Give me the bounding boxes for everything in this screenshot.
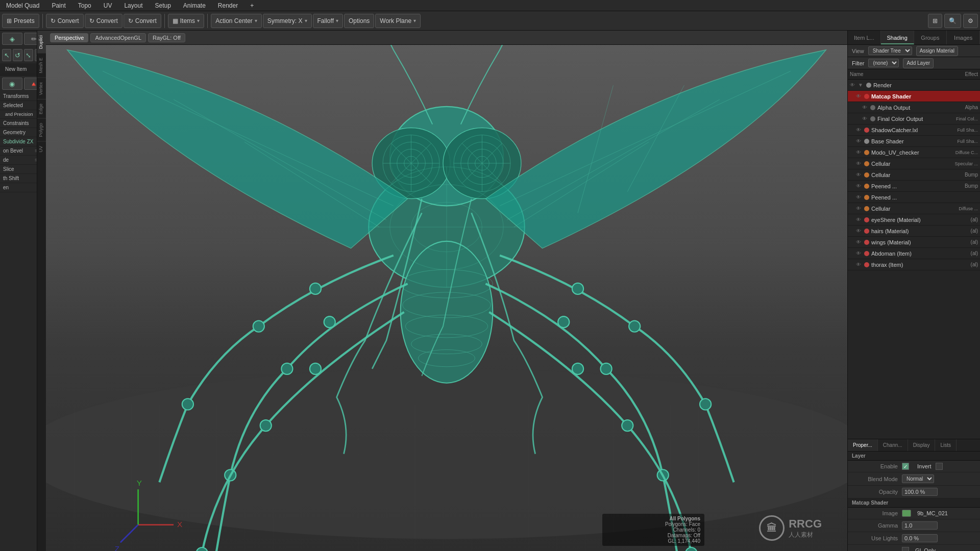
color-render — [866, 83, 871, 88]
eye-icon-wings[interactable]: 👁 — [856, 239, 862, 245]
work-plane-dropdown[interactable]: Work Plane ▾ — [375, 14, 421, 28]
shader-row-wings[interactable]: 👁 wings (Material) (al) — [848, 237, 980, 248]
perspective-button[interactable]: Perspective — [50, 33, 88, 42]
viewport-icon-3[interactable]: ⚙ — [963, 14, 978, 28]
symmetry-dropdown[interactable]: Symmetry: X ▾ — [263, 14, 312, 28]
shader-row-baseshader[interactable]: 👁 Base Shader Full Sha... — [848, 136, 980, 147]
eye-icon-shadowcatcher[interactable]: 👁 — [856, 127, 862, 133]
vert-tab-duplici[interactable]: Duplici — [37, 31, 46, 53]
eye-icon-matcap[interactable]: 👁 — [856, 93, 862, 99]
eye-icon-alpha[interactable]: 👁 — [862, 105, 868, 111]
svg-text:Y: Y — [137, 479, 142, 487]
eye-icon-cellular1[interactable]: 👁 — [856, 161, 862, 167]
eye-icon-eyeshere[interactable]: 👁 — [856, 217, 862, 223]
eye-icon-render[interactable]: 👁 — [850, 82, 856, 88]
items-dropdown[interactable]: ▦ Items ▾ — [168, 14, 204, 28]
filter-select[interactable]: (none) — [868, 59, 899, 67]
eye-icon-cellular3[interactable]: 👁 — [856, 206, 862, 212]
add-layer-button[interactable]: Add Layer — [903, 58, 934, 68]
shader-row-peened1[interactable]: 👁 Peened ... Bump — [848, 181, 980, 192]
presets-button[interactable]: ⊞ Presets — [2, 14, 39, 28]
menu-item-model-quad[interactable]: Model Quad — [4, 1, 41, 10]
vert-tab-polygon[interactable]: Polygo — [37, 118, 46, 141]
shader-row-modouv[interactable]: 👁 Modo_UV_checker Diffuse C... — [848, 147, 980, 158]
eye-icon-baseshader[interactable]: 👁 — [856, 138, 862, 144]
shader-row-thorax[interactable]: 👁 thorax (Item) (al) — [848, 259, 980, 270]
prop-tab-lists[interactable]: Lists — [935, 439, 957, 451]
shader-row-cellular3[interactable]: 👁 Cellular Diffuse ... — [848, 203, 980, 214]
tool-mesh[interactable]: ◉ — [2, 78, 22, 90]
prop-tab-channels[interactable]: Chann... — [878, 439, 908, 451]
tool-rotate[interactable]: ↺ — [13, 49, 22, 61]
tool-scale[interactable]: ⤡ — [24, 49, 33, 61]
status-datamaps: Datamaps: Off — [606, 533, 700, 538]
shader-row-eyeshere[interactable]: 👁 eyeShere (Material) (al) — [848, 214, 980, 226]
invert-checkbox[interactable] — [936, 463, 943, 470]
display-button[interactable]: AdvancedOpenGL — [90, 33, 146, 42]
eye-icon-thorax[interactable]: 👁 — [856, 262, 862, 268]
eye-icon-modouv[interactable]: 👁 — [856, 149, 862, 156]
menu-item-plus[interactable]: + — [248, 1, 256, 10]
tab-item-list[interactable]: Item L... — [848, 31, 881, 44]
filter-row: Filter (none) Add Layer — [848, 57, 980, 69]
convert-button-1[interactable]: ↻ Convert — [46, 14, 84, 28]
viewport-area: Perspective AdvancedOpenGL RayGL: Off — [46, 31, 847, 551]
viewport-icon-2[interactable]: 🔍 — [944, 14, 961, 28]
shader-row-alpha[interactable]: 👁 Alpha Output Alpha — [848, 102, 980, 113]
convert-button-2[interactable]: ↻ Convert — [85, 14, 122, 28]
tab-images[interactable]: Images — [947, 31, 980, 44]
shader-row-shadowcatcher[interactable]: 👁 ShadowCatcher.lxl Full Sha... — [848, 124, 980, 136]
tab-shading[interactable]: Shading — [881, 31, 914, 44]
shader-row-abdoman[interactable]: 👁 Abdoman (Item) (al) — [848, 248, 980, 259]
falloff-arrow: ▾ — [336, 18, 338, 23]
menu-item-layout[interactable]: Layout — [122, 1, 144, 10]
eye-icon-finalcolor[interactable]: 👁 — [862, 116, 868, 122]
eye-icon-hairs[interactable]: 👁 — [856, 228, 862, 234]
tool-select[interactable]: ◈ — [2, 33, 22, 45]
shader-row-peened2[interactable]: 👁 Peened ... — [848, 192, 980, 203]
shader-row-cellular1[interactable]: 👁 Cellular Specular ... — [848, 158, 980, 169]
opacity-input[interactable] — [902, 488, 938, 496]
image-color-swatch[interactable] — [902, 510, 911, 517]
menu-item-render[interactable]: Render — [216, 1, 240, 10]
shader-row-cellular2[interactable]: 👁 Cellular Bump — [848, 169, 980, 181]
eye-icon-peened1[interactable]: 👁 — [856, 183, 862, 189]
eye-icon-cellular2[interactable]: 👁 — [856, 172, 862, 178]
vert-tab-uv[interactable]: UV — [37, 141, 46, 157]
prop-tab-properties[interactable]: Proper... — [848, 439, 878, 451]
menu-item-topo[interactable]: Topo — [76, 1, 93, 10]
menu-item-paint[interactable]: Paint — [50, 1, 67, 10]
image-value: 9b_MC_021 — [917, 510, 948, 516]
falloff-dropdown[interactable]: Falloff ▾ — [313, 14, 343, 28]
options-button[interactable]: Options — [344, 14, 374, 28]
eye-icon-abdoman[interactable]: 👁 — [856, 251, 862, 257]
menu-item-setup[interactable]: Setup — [153, 1, 173, 10]
menu-item-animate[interactable]: Animate — [181, 1, 208, 10]
convert-button-3[interactable]: ↻ Convert — [124, 14, 161, 28]
action-center-dropdown[interactable]: Action Center ▾ — [211, 14, 262, 28]
vert-tab-vertex[interactable]: Vertex — [37, 78, 46, 99]
menu-item-uv[interactable]: UV — [102, 1, 114, 10]
shader-row-render[interactable]: 👁 ▼ Render — [848, 80, 980, 91]
vert-tab-meshedit[interactable]: Mesh E — [37, 53, 46, 78]
shader-tree-select[interactable]: Shader Tree — [868, 46, 912, 55]
tool-move[interactable]: ↖ — [2, 49, 11, 61]
filter-label: Filter — [852, 60, 864, 66]
gl-only-checkbox[interactable] — [902, 547, 909, 551]
prop-tab-display[interactable]: Display — [908, 439, 936, 451]
viewport-icon-1[interactable]: ⊞ — [928, 14, 942, 28]
assign-material-button[interactable]: Assign Material — [916, 46, 958, 56]
shader-row-matcap[interactable]: 👁 Matcap Shader — [848, 91, 980, 102]
raygl-button[interactable]: RayGL: Off — [148, 33, 185, 42]
eye-icon-peened2[interactable]: 👁 — [856, 194, 862, 201]
gamma-input[interactable] — [902, 521, 938, 530]
enable-checkbox[interactable]: ✓ — [902, 463, 909, 470]
vert-tab-edge[interactable]: Edge — [37, 99, 46, 118]
shader-row-finalcolor[interactable]: 👁 Final Color Output Final Col... — [848, 113, 980, 124]
viewport-canvas[interactable]: X Y Z All Polygons Polygons: Face Channe… — [46, 45, 847, 551]
blend-mode-select[interactable]: Normal — [902, 474, 934, 483]
gl-only-label: GL Only — [915, 547, 936, 551]
tab-groups[interactable]: Groups — [914, 31, 947, 44]
use-lights-input[interactable] — [902, 534, 938, 542]
shader-row-hairs[interactable]: 👁 hairs (Material) (al) — [848, 226, 980, 237]
